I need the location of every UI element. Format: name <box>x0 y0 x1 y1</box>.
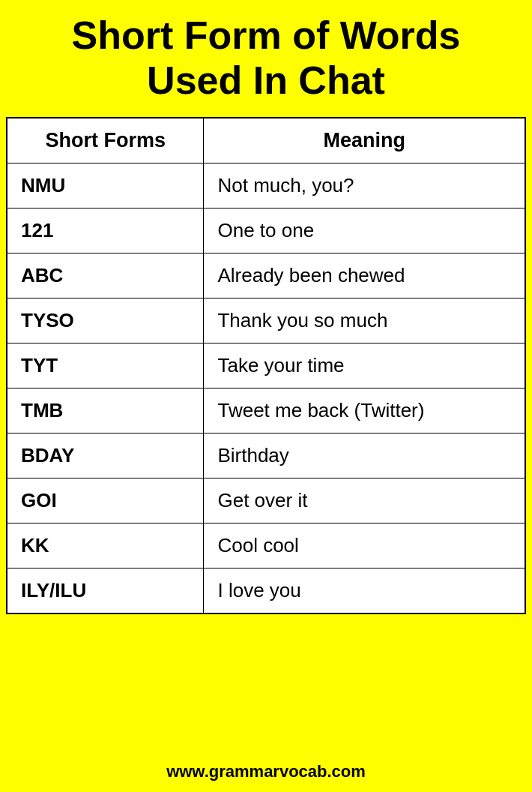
short-form-cell: TMB <box>7 388 204 433</box>
short-form-cell: BDAY <box>7 433 204 478</box>
short-form-cell: TYT <box>7 343 204 388</box>
short-forms-table: Short Forms Meaning NMUNot much, you?121… <box>6 117 526 614</box>
short-form-cell: 121 <box>7 208 204 253</box>
website-url: www.grammarvocab.com <box>166 762 366 781</box>
short-form-cell: ILY/ILU <box>7 568 204 614</box>
table-row: 121One to one <box>7 208 525 253</box>
short-form-cell: KK <box>7 523 204 568</box>
short-form-cell: ABC <box>7 253 204 298</box>
table-row: KKCool cool <box>7 523 525 568</box>
table-row: ABCAlready been chewed <box>7 253 525 298</box>
table-header-row: Short Forms Meaning <box>7 118 525 164</box>
table-row: ILY/ILUI love you <box>7 568 525 614</box>
meaning-cell: Cool cool <box>204 523 525 568</box>
column-header-short-forms: Short Forms <box>7 118 204 164</box>
meaning-cell: Take your time <box>204 343 525 388</box>
meaning-cell: Thank you so much <box>204 298 525 343</box>
table-container: Short Forms Meaning NMUNot much, you?121… <box>0 117 532 752</box>
meaning-cell: Not much, you? <box>204 163 525 208</box>
short-form-cell: TYSO <box>7 298 204 343</box>
page-footer: www.grammarvocab.com <box>0 752 532 792</box>
table-row: NMUNot much, you? <box>7 163 525 208</box>
meaning-cell: Already been chewed <box>204 253 525 298</box>
column-header-meaning: Meaning <box>204 118 525 164</box>
short-form-cell: NMU <box>7 163 204 208</box>
short-form-cell: GOI <box>7 478 204 523</box>
page-title: Short Form of Words Used In Chat <box>15 14 517 104</box>
table-row: GOIGet over it <box>7 478 525 523</box>
meaning-cell: One to one <box>204 208 525 253</box>
table-row: TYSOThank you so much <box>7 298 525 343</box>
table-row: TMBTweet me back (Twitter) <box>7 388 525 433</box>
table-row: TYTTake your time <box>7 343 525 388</box>
meaning-cell: Tweet me back (Twitter) <box>204 388 525 433</box>
meaning-cell: I love you <box>204 568 525 614</box>
meaning-cell: Get over it <box>204 478 525 523</box>
page-header: Short Form of Words Used In Chat <box>0 0 532 117</box>
meaning-cell: Birthday <box>204 433 525 478</box>
table-row: BDAYBirthday <box>7 433 525 478</box>
